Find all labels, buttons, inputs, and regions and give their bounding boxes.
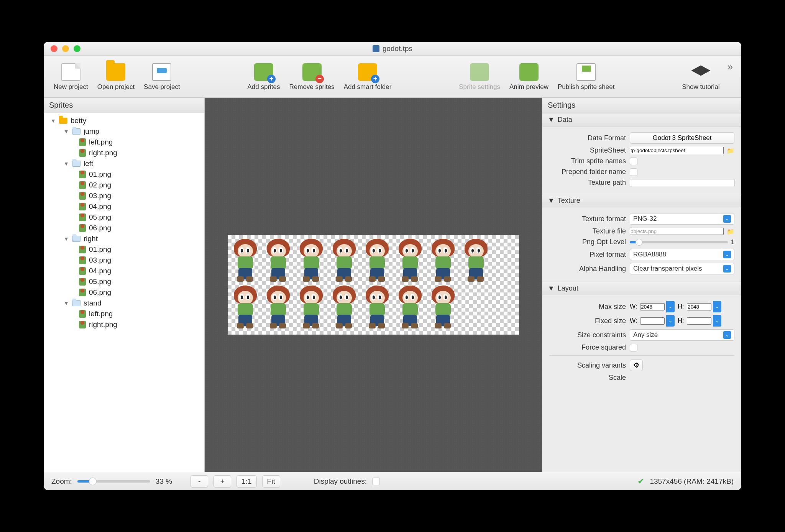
tree-folder-right[interactable]: ▼right: [44, 233, 204, 244]
tree-file[interactable]: 01.png: [44, 244, 204, 255]
main-body: Sprites ▼betty ▼jump left.png right.png …: [44, 98, 741, 472]
open-project-label: Open project: [97, 83, 135, 91]
zoom-window-button[interactable]: [74, 45, 80, 52]
png-opt-slider[interactable]: [630, 241, 728, 243]
tree-file[interactable]: left.png: [44, 137, 204, 148]
packed-sprite: [262, 283, 294, 329]
stepper-icon[interactable]: ⌄: [713, 301, 721, 312]
window-controls: [44, 45, 80, 52]
tree-folder-stand[interactable]: ▼stand: [44, 298, 204, 309]
zoom-fit-button[interactable]: Fit: [262, 475, 280, 488]
fixed-height-input[interactable]: [687, 317, 711, 325]
tree-file[interactable]: right.png: [44, 319, 204, 330]
tree-file[interactable]: 01.png: [44, 169, 204, 180]
zoom-out-button[interactable]: -: [191, 475, 208, 488]
publish-button[interactable]: Publish sprite sheet: [553, 61, 619, 92]
prepend-folder-checkbox[interactable]: [630, 168, 637, 176]
sprites-tree[interactable]: ▼betty ▼jump left.png right.png ▼left 01…: [44, 113, 204, 472]
status-bar: Zoom: 33 % - + 1:1 Fit Display outlines:…: [44, 472, 741, 490]
save-project-button[interactable]: Save project: [139, 61, 185, 92]
status-ok-icon: ✔: [637, 476, 644, 486]
tree-file[interactable]: right.png: [44, 148, 204, 158]
packed-sprite: [262, 236, 294, 282]
tree-folder-jump[interactable]: ▼jump: [44, 126, 204, 137]
zoom-slider[interactable]: [77, 480, 150, 483]
add-sprites-button[interactable]: + Add sprites: [243, 61, 284, 92]
scaling-variants-button[interactable]: ⚙: [630, 360, 643, 371]
close-window-button[interactable]: [51, 45, 57, 52]
sprite-icon: [79, 149, 86, 157]
browse-icon[interactable]: 📁: [727, 147, 734, 154]
document-icon: [373, 45, 379, 52]
settings-panel: Settings ▼Data Data FormatGodot 3 Sprite…: [542, 98, 741, 472]
display-outlines-checkbox[interactable]: [372, 478, 380, 485]
texture-format-label: Texture format: [549, 215, 626, 223]
stepper-icon[interactable]: ⌄: [666, 301, 675, 312]
new-project-label: New project: [54, 83, 88, 91]
new-project-button[interactable]: New project: [49, 61, 93, 92]
minimize-window-button[interactable]: [62, 45, 69, 52]
data-section-header[interactable]: ▼Data: [542, 113, 741, 126]
disclosure-icon: ▼: [548, 197, 555, 205]
tree-file[interactable]: 06.png: [44, 223, 204, 233]
data-format-button[interactable]: Godot 3 SpriteSheet: [630, 132, 734, 144]
alpha-handling-select[interactable]: Clear transparent pixels⌄: [630, 263, 734, 274]
stepper-icon[interactable]: ⌄: [713, 315, 721, 327]
spritesheet-label: SpriteSheet: [549, 146, 626, 154]
scale-label: Scale: [549, 374, 626, 382]
texture-file-input[interactable]: [630, 228, 724, 235]
max-height-input[interactable]: [687, 303, 711, 310]
data-section: Data FormatGodot 3 SpriteSheet SpriteShe…: [542, 126, 741, 194]
texture-section-header[interactable]: ▼Texture: [542, 194, 741, 207]
tree-file[interactable]: 05.png: [44, 276, 204, 287]
texture-path-input[interactable]: [630, 179, 734, 186]
folder-icon: [72, 236, 80, 242]
tree-file[interactable]: 02.png: [44, 180, 204, 190]
canvas-viewport[interactable]: [205, 98, 542, 472]
zoom-in-button[interactable]: +: [213, 475, 231, 488]
tree-folder-left[interactable]: ▼left: [44, 158, 204, 169]
tree-file[interactable]: 03.png: [44, 190, 204, 201]
size-constraints-select[interactable]: Any size⌄: [630, 329, 734, 341]
pixel-format-select[interactable]: RGBA8888⌄: [630, 249, 734, 260]
show-tutorial-button[interactable]: Show tutorial: [677, 61, 724, 92]
zoom-1to1-button[interactable]: 1:1: [236, 475, 256, 488]
prepend-folder-label: Prepend folder name: [549, 168, 626, 176]
force-squared-checkbox[interactable]: [630, 344, 637, 351]
fixed-width-input[interactable]: [640, 317, 665, 325]
sprite-icon: [79, 267, 86, 275]
tree-file[interactable]: 04.png: [44, 201, 204, 212]
max-width-input[interactable]: [640, 303, 665, 310]
stepper-icon[interactable]: ⌄: [666, 315, 675, 327]
tree-file[interactable]: 03.png: [44, 255, 204, 266]
open-project-button[interactable]: Open project: [93, 61, 139, 92]
zoom-label: Zoom:: [51, 477, 72, 486]
sprite-icon: [79, 181, 86, 189]
packed-sprite: [427, 236, 459, 282]
sprite-icon: [79, 256, 86, 264]
remove-sprite-icon: −: [302, 63, 322, 81]
texture-format-select[interactable]: PNG-32⌄: [630, 213, 734, 225]
tree-file[interactable]: 04.png: [44, 266, 204, 276]
spritesheet-input[interactable]: [630, 147, 724, 154]
packed-sprite: [328, 283, 360, 329]
tree-folder-betty[interactable]: ▼betty: [44, 115, 204, 126]
add-sprite-icon: +: [254, 63, 273, 81]
show-tutorial-label: Show tutorial: [682, 83, 719, 91]
anim-preview-button[interactable]: Anim preview: [505, 61, 553, 92]
remove-sprites-button[interactable]: − Remove sprites: [285, 61, 339, 92]
pixel-format-label: Pixel format: [549, 251, 626, 259]
trim-names-checkbox[interactable]: [630, 158, 637, 165]
sheet-dimensions: 1357x456 (RAM: 2417kB): [650, 477, 734, 486]
layout-section-header[interactable]: ▼Layout: [542, 282, 741, 295]
layout-section: Max size W:⌄ H:⌄ Fixed size W:⌄ H:⌄ Size…: [542, 295, 741, 389]
packed-sprite: [328, 236, 360, 282]
add-smart-folder-button[interactable]: + Add smart folder: [339, 61, 396, 92]
browse-icon[interactable]: 📁: [727, 228, 734, 235]
tree-file[interactable]: 06.png: [44, 287, 204, 298]
tree-file[interactable]: 05.png: [44, 212, 204, 223]
sprite-icon: [79, 138, 86, 146]
tree-file[interactable]: left.png: [44, 309, 204, 319]
toolbar-overflow-button[interactable]: »: [724, 61, 736, 92]
sprite-settings-button[interactable]: Sprite settings: [454, 61, 505, 92]
